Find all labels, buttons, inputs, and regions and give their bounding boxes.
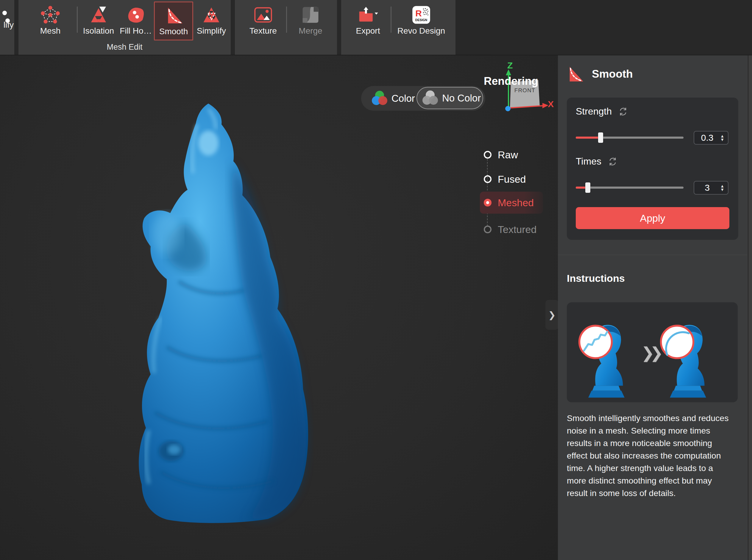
times-spinner[interactable]: ▲ ▼	[720, 184, 724, 191]
rendering-option-meshed[interactable]: Meshed	[480, 192, 543, 214]
merge-button[interactable]: Merge	[292, 2, 329, 39]
times-row: Times	[576, 156, 617, 167]
radio-icon	[484, 175, 491, 183]
times-slider-handle[interactable]	[585, 182, 590, 193]
times-value-box[interactable]: 3 ▲ ▼	[694, 181, 729, 195]
rendering-option-raw[interactable]: Raw	[480, 147, 518, 163]
instructions-card: ❯❯	[567, 302, 738, 402]
no-color-option[interactable]: No Color	[417, 87, 483, 109]
mesh-button[interactable]: Mesh	[31, 2, 70, 39]
texture-label: Texture	[249, 26, 277, 36]
times-value: 3	[694, 183, 720, 193]
smooth-panel-icon	[567, 66, 584, 82]
times-slider[interactable]	[576, 186, 683, 189]
strength-value: 0.3	[694, 133, 720, 143]
color-option[interactable]: Color	[361, 86, 417, 111]
reset-icon[interactable]	[608, 157, 617, 166]
svg-text:DESIGN: DESIGN	[415, 18, 427, 22]
radio-icon	[484, 225, 491, 233]
group-label-mesh-edit: Mesh Edit	[18, 43, 231, 52]
axis-gizmo[interactable]: Z X FRONT	[500, 61, 560, 118]
mesh-icon	[40, 4, 61, 25]
panel-scrollbar[interactable]	[748, 55, 752, 560]
rendering-title: Rendering	[484, 75, 538, 87]
spinner-down-icon[interactable]: ▼	[720, 188, 724, 191]
axis-front-face-label: FRONT	[512, 87, 538, 94]
fill-holes-label: Fill Ho…	[120, 26, 152, 36]
statue-3d-model	[0, 55, 558, 560]
isolation-label: Isolation	[83, 26, 114, 36]
isolation-icon	[88, 4, 109, 25]
toolbar-group-export: Export R DESIGN	[341, 0, 456, 55]
svg-text:R: R	[415, 8, 422, 18]
fill-holes-button[interactable]: Fill Ho…	[118, 2, 154, 39]
smooth-icon	[163, 5, 184, 26]
no-color-gray-icon	[422, 91, 438, 106]
merge-icon	[300, 4, 321, 25]
rendering-option-textured[interactable]: Textured	[480, 221, 537, 237]
rendering-option-label: Raw	[498, 149, 518, 161]
axis-x-label: X	[548, 99, 554, 109]
instructions-title: Instructions	[567, 273, 625, 284]
radio-icon	[484, 151, 491, 159]
apply-button[interactable]: Apply	[576, 207, 729, 229]
strength-value-box[interactable]: 0.3 ▲ ▼	[694, 131, 729, 145]
zoom-lens-icon	[579, 326, 612, 358]
revo-design-label: Revo Design	[398, 26, 445, 36]
spinner-down-icon[interactable]: ▼	[720, 138, 724, 141]
viewport-3d[interactable]: Color No Color Z X	[0, 55, 558, 560]
toolbar-separator	[391, 6, 391, 33]
toolbar-group-mesh-edit: Mesh Isolation	[18, 0, 231, 55]
chevron-right-icon: ❯	[548, 310, 556, 320]
apply-button-label: Apply	[640, 213, 665, 224]
toolbar-separator	[77, 6, 78, 33]
isolation-button[interactable]: Isolation	[80, 2, 117, 39]
simplify-button[interactable]: Simplify	[193, 2, 229, 39]
no-color-option-label: No Color	[442, 93, 481, 104]
texture-icon	[252, 4, 274, 25]
texture-button[interactable]: Texture	[243, 2, 283, 39]
strength-spinner[interactable]: ▲ ▼	[720, 134, 724, 141]
revo-design-button[interactable]: R DESIGN Revo Design	[397, 2, 446, 39]
export-caret-icon	[375, 13, 378, 15]
panel-divider	[558, 255, 747, 255]
strength-slider[interactable]	[576, 137, 683, 139]
rendering-option-label: Meshed	[498, 197, 534, 208]
overflow-icon	[2, 11, 7, 15]
export-label: Export	[356, 26, 380, 36]
overflow-label: lify	[4, 20, 14, 30]
export-button[interactable]: Export	[350, 2, 386, 39]
color-toggle: Color No Color	[361, 86, 485, 111]
smooth-panel: Smooth Strength 0.3 ▲	[558, 55, 748, 560]
revo-design-icon: R DESIGN	[410, 4, 432, 25]
bust-before-image	[572, 309, 641, 399]
panel-collapse-handle[interactable]: ❯	[545, 300, 559, 330]
reset-icon[interactable]	[618, 107, 628, 116]
toolbar-group-texture: Texture Merge	[235, 0, 337, 55]
strength-slider-handle[interactable]	[598, 133, 603, 143]
fill-holes-icon	[125, 4, 147, 25]
rendering-option-fused[interactable]: Fused	[480, 171, 526, 187]
simplify-label: Simplify	[197, 26, 226, 36]
simplify-icon	[201, 4, 222, 25]
rendering-option-label: Fused	[498, 174, 526, 185]
smooth-label: Smooth	[159, 27, 188, 36]
revo-scan-app: lify Mesh	[0, 0, 752, 560]
color-rgb-icon	[372, 91, 387, 106]
mesh-label: Mesh	[40, 26, 60, 36]
panel-title: Smooth	[592, 68, 633, 80]
strength-slider-fill	[576, 137, 600, 139]
toolbar-separator	[286, 6, 287, 33]
instructions-body-text: Smooth intelligently smoothes and reduce…	[567, 412, 734, 499]
times-label: Times	[576, 156, 601, 167]
merge-label: Merge	[298, 26, 322, 36]
smooth-button[interactable]: Smooth	[154, 1, 193, 40]
bust-after-image	[654, 309, 722, 399]
radio-icon	[484, 199, 491, 206]
toolbar-overflow-button[interactable]: lify	[0, 0, 14, 55]
color-option-label: Color	[391, 93, 415, 104]
axis-z-label: Z	[507, 60, 513, 71]
toolbar: lify Mesh	[0, 0, 752, 55]
strength-label: Strength	[576, 106, 612, 117]
smooth-controls-card: Strength 0.3 ▲ ▼	[567, 98, 738, 240]
